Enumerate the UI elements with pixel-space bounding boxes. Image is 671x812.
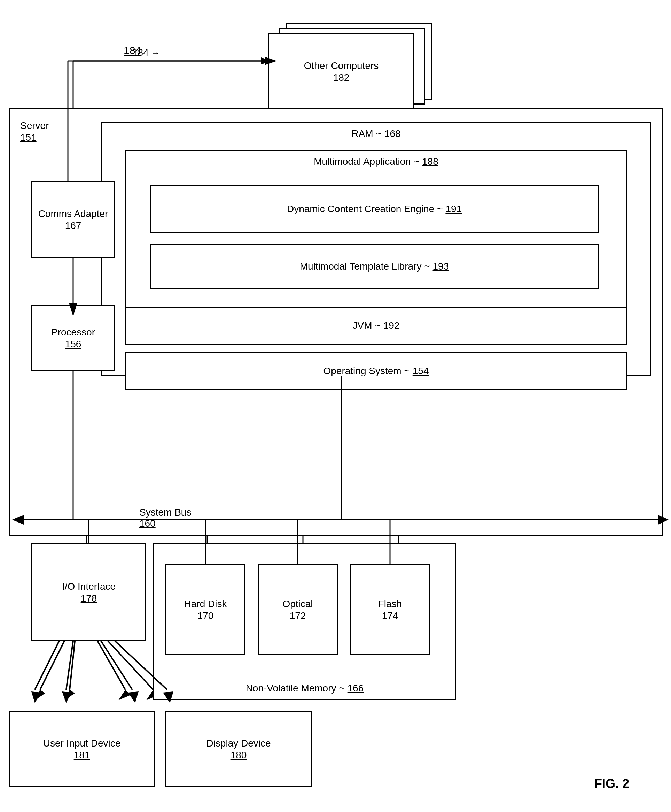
io-interface-box: I/O Interface 178	[31, 543, 146, 641]
optical-disk-label: Optical	[283, 598, 313, 610]
svg-marker-13	[65, 690, 75, 700]
user-input-label: User Input Device	[43, 737, 121, 750]
server-label: Server	[20, 119, 49, 132]
dynamic-content-number: 191	[445, 203, 462, 215]
processor-label: Processor	[51, 326, 95, 339]
non-volatile-label: Non-Volatile Memory ~	[246, 683, 345, 694]
ram-label: RAM ~	[351, 128, 381, 139]
hard-disk-number: 170	[198, 610, 214, 621]
arrow-184-label: 184 →	[132, 47, 160, 58]
hard-disk-box: Hard Disk 170	[165, 564, 245, 655]
optical-disk-number: 172	[290, 610, 306, 621]
svg-marker-11	[35, 690, 45, 700]
other-computers-box: Other Computers 182	[268, 33, 414, 110]
dynamic-content-box: Dynamic Content Creation Engine ~ 191	[150, 184, 599, 234]
display-device-number: 180	[230, 750, 247, 761]
user-input-box: User Input Device 181	[9, 711, 155, 787]
flash-number: 174	[382, 610, 399, 621]
template-library-box: Multimodal Template Library ~ 193	[150, 244, 599, 289]
os-number: 154	[413, 365, 429, 377]
display-device-label: Display Device	[206, 737, 271, 750]
jvm-number: 192	[383, 320, 400, 331]
optical-disk-box: Optical 172	[258, 564, 338, 655]
svg-line-12	[70, 641, 75, 690]
hard-disk-label: Hard Disk	[184, 598, 227, 610]
multimodal-app-label: Multimodal Application ~	[314, 156, 419, 167]
fig-label: FIG. 2	[594, 776, 629, 791]
diagram: Other Computers 182 184 → Server 151 RAM…	[0, 0, 671, 812]
comms-adapter-box: Comms Adapter 167	[31, 181, 115, 258]
other-computers-number: 182	[333, 72, 349, 83]
user-input-number: 181	[74, 750, 90, 761]
comms-adapter-number: 167	[65, 220, 82, 231]
comms-adapter-label: Comms Adapter	[38, 208, 108, 220]
template-library-label: Multimodal Template Library ~	[300, 261, 430, 272]
svg-line-39	[66, 641, 73, 690]
jvm-box: JVM ~ 192	[125, 307, 627, 345]
svg-marker-38	[31, 691, 41, 703]
flash-label: Flash	[378, 598, 402, 610]
non-volatile-number: 166	[347, 683, 364, 694]
multimodal-app-number: 188	[422, 156, 438, 167]
os-label: Operating System ~	[324, 365, 410, 377]
display-device-box: Display Device 180	[165, 711, 312, 787]
svg-line-10	[40, 641, 65, 690]
os-box: Operating System ~ 154	[125, 352, 627, 390]
jvm-label: JVM ~	[353, 320, 381, 331]
io-interface-number: 178	[81, 593, 97, 604]
processor-box: Processor 156	[31, 305, 115, 371]
svg-line-41	[101, 641, 132, 690]
template-library-number: 193	[433, 261, 449, 272]
svg-line-14	[97, 641, 125, 690]
system-bus-label: System Bus 160	[139, 507, 191, 529]
processor-number: 156	[65, 339, 82, 350]
ram-number: 168	[385, 128, 401, 139]
svg-line-37	[35, 641, 59, 690]
svg-line-16	[108, 641, 153, 690]
svg-marker-40	[62, 691, 72, 703]
multimodal-app-box: Multimodal Application ~ 188	[125, 150, 627, 328]
io-interface-label: I/O Interface	[62, 580, 116, 593]
server-number: 151	[20, 132, 37, 143]
svg-marker-15	[118, 690, 131, 700]
dynamic-content-label: Dynamic Content Creation Engine ~	[287, 203, 443, 215]
other-computers-label: Other Computers	[304, 60, 379, 72]
svg-marker-42	[128, 691, 139, 703]
flash-box: Flash 174	[350, 564, 430, 655]
